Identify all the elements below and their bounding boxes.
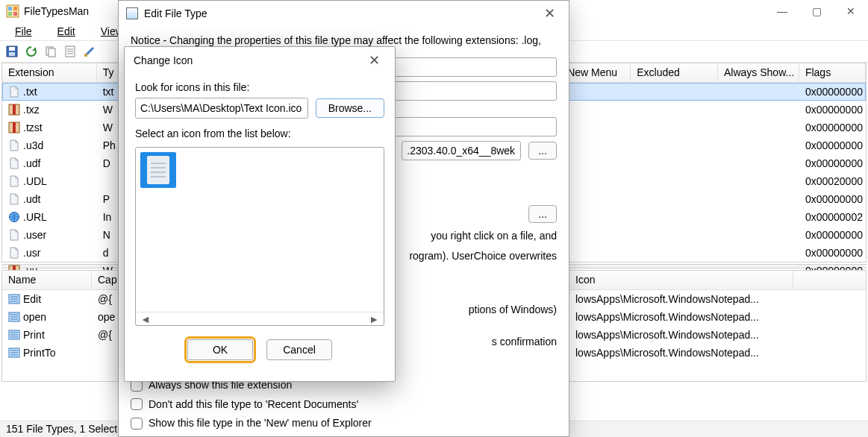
alwaysshow-cell xyxy=(718,180,799,183)
edit-dialog-title: Edit File Type xyxy=(144,7,207,19)
ext-text: .tzst xyxy=(23,122,43,133)
file-type-icon xyxy=(8,193,20,205)
newmenu-cell xyxy=(561,90,631,93)
col-new-menu[interactable]: New Menu xyxy=(561,63,631,82)
flags-cell: 0x00020000 xyxy=(799,174,866,189)
scroll-left-icon[interactable]: ◄ xyxy=(140,313,151,325)
ext-text: .UDL xyxy=(23,175,47,187)
ext-text: .usr xyxy=(23,247,40,259)
file-type-icon xyxy=(8,157,20,169)
ext-text: .URL xyxy=(23,211,47,223)
edit-dialog-titlebar[interactable]: Edit File Type ✕ xyxy=(119,1,569,26)
newmenu-cell xyxy=(561,126,631,129)
svg-rect-6 xyxy=(9,47,15,51)
flags-cell: 0x00000000 xyxy=(799,245,866,260)
toolbar-copy-icon[interactable] xyxy=(42,43,60,60)
action-name: Print xyxy=(23,329,45,341)
action-icon xyxy=(8,293,20,305)
checkbox-label: Show this file type in the 'New' menu of… xyxy=(149,416,372,431)
file-type-icon xyxy=(8,139,20,151)
edit-program-path[interactable] xyxy=(402,141,521,160)
action-icon xyxy=(8,347,20,359)
col-name[interactable]: Name xyxy=(2,271,92,289)
newmenu-cell xyxy=(561,198,631,201)
menu-file[interactable]: File xyxy=(3,24,44,39)
svg-rect-4 xyxy=(13,12,17,16)
toolbar-refresh-icon[interactable] xyxy=(22,43,40,60)
scroll-right-icon[interactable]: ► xyxy=(369,313,379,325)
minimize-button[interactable]: — xyxy=(765,0,799,22)
checkbox-recent-documents[interactable]: Don't add this file type to 'Recent Docu… xyxy=(131,397,557,412)
excluded-cell xyxy=(631,180,718,183)
action-icon xyxy=(8,329,20,341)
action-icon-path: lowsApps\Microsoft.WindowsNotepad... xyxy=(569,327,793,342)
newmenu-cell xyxy=(561,108,631,111)
col-flags[interactable]: Flags xyxy=(799,63,866,82)
newmenu-cell xyxy=(561,162,631,165)
excluded-cell xyxy=(631,198,718,201)
cancel-button[interactable]: Cancel xyxy=(266,339,332,360)
change-icon-title: Change Icon xyxy=(134,54,193,66)
newmenu-cell xyxy=(561,144,631,147)
file-type-icon xyxy=(8,86,20,98)
alwaysshow-cell xyxy=(718,233,799,236)
ext-text: .txz xyxy=(23,104,40,116)
action-name: open xyxy=(23,311,46,323)
edit-browse-2[interactable]: ... xyxy=(528,205,557,223)
excluded-cell xyxy=(631,144,718,147)
maximize-button[interactable]: ▢ xyxy=(799,0,834,22)
alwaysshow-cell xyxy=(718,108,799,111)
look-for-label: Look for icons in this file: xyxy=(135,81,384,93)
action-icon-path: lowsApps\Microsoft.WindowsNotepad... xyxy=(569,292,793,306)
change-icon-titlebar[interactable]: Change Icon ✕ xyxy=(125,47,395,74)
browse-button[interactable]: Browse... xyxy=(316,98,384,118)
newmenu-cell xyxy=(561,216,631,218)
edit-dialog-icon xyxy=(126,7,138,19)
toolbar-save-icon[interactable] xyxy=(3,43,21,60)
alwaysshow-cell xyxy=(718,198,799,201)
menu-edit[interactable]: Edit xyxy=(46,24,87,39)
edit-dialog-close-icon[interactable]: ✕ xyxy=(538,5,561,22)
ext-text: .u3d xyxy=(23,139,43,151)
ext-text: .udf xyxy=(23,157,40,169)
ext-text: .txt xyxy=(23,86,37,98)
col-extension[interactable]: Extension xyxy=(2,63,97,82)
col-excluded[interactable]: Excluded xyxy=(631,63,718,82)
close-button[interactable]: ✕ xyxy=(834,0,868,22)
icon-choice-selected[interactable] xyxy=(140,152,176,188)
excluded-cell xyxy=(631,108,718,111)
alwaysshow-cell xyxy=(718,162,799,165)
alwaysshow-cell xyxy=(718,216,799,218)
status-text: 151 File Types, 1 Selected xyxy=(6,423,129,435)
svg-rect-2 xyxy=(13,7,17,10)
edit-browse-1[interactable]: ... xyxy=(528,142,557,160)
icon-listbox[interactable]: ◄ ► xyxy=(135,147,384,326)
svg-rect-3 xyxy=(8,12,12,16)
flags-cell: 0x00000000 xyxy=(799,192,866,207)
alwaysshow-cell xyxy=(718,126,799,129)
checkbox-icon xyxy=(131,418,143,430)
select-icon-label: Select an icon from the list below: xyxy=(135,128,384,139)
checkbox-new-menu[interactable]: Show this file type in the 'New' menu of… xyxy=(131,416,557,431)
excluded-cell xyxy=(631,126,718,129)
window-controls: — ▢ ✕ xyxy=(765,0,868,22)
col-always-show[interactable]: Always Show... xyxy=(718,63,799,82)
file-type-icon xyxy=(8,229,20,241)
change-icon-close-icon[interactable]: ✕ xyxy=(363,52,386,69)
excluded-cell xyxy=(631,90,718,93)
flags-cell: 0x00000000 xyxy=(799,120,866,135)
ext-text: .user xyxy=(23,229,46,241)
col-icon[interactable]: Icon xyxy=(569,271,793,289)
icon-scrollbar[interactable]: ◄ ► xyxy=(136,312,384,325)
ext-text: .udt xyxy=(23,193,40,205)
file-type-icon xyxy=(8,104,20,116)
excluded-cell xyxy=(631,251,718,254)
icon-file-path-input[interactable] xyxy=(135,98,308,119)
app-title: FileTypesMan xyxy=(24,5,89,17)
action-icon-path: lowsApps\Microsoft.WindowsNotepad... xyxy=(569,309,793,324)
toolbar-options-icon[interactable] xyxy=(81,43,99,60)
toolbar-properties-icon[interactable] xyxy=(61,43,79,60)
ok-button[interactable]: OK xyxy=(187,339,253,360)
flags-cell: 0x00000000 xyxy=(799,84,866,99)
newmenu-cell xyxy=(561,233,631,236)
